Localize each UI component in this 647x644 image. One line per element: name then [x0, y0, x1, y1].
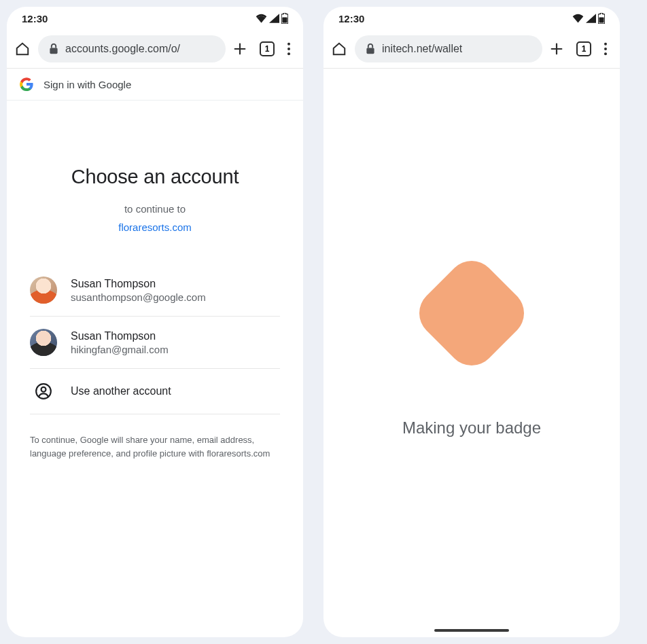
new-tab-button[interactable]: [549, 41, 564, 56]
svg-point-2: [287, 43, 290, 46]
tab-switcher-button[interactable]: 1: [576, 41, 591, 56]
svg-point-10: [604, 48, 607, 50]
account-list: Susan Thompson susanthompson@google.com …: [30, 264, 280, 414]
status-bar: 12:30: [324, 7, 620, 30]
use-another-account-label: Use another account: [71, 385, 171, 397]
gesture-bar: [434, 629, 509, 632]
status-time: 12:30: [338, 13, 364, 24]
wifi-icon: [572, 14, 584, 23]
tab-switcher-button[interactable]: 1: [260, 41, 275, 56]
battery-icon: [598, 13, 605, 24]
svg-point-11: [604, 52, 607, 55]
home-button[interactable]: [14, 40, 31, 58]
home-icon: [15, 41, 30, 56]
cell-icon: [269, 14, 279, 23]
svg-rect-0: [282, 17, 287, 22]
svg-point-3: [287, 48, 290, 50]
phone-left: 12:30 accounts.google.com/o/ 1 Sign in w: [7, 7, 303, 637]
account-email: susanthompson@google.com: [71, 291, 206, 303]
tab-count: 1: [265, 44, 270, 54]
relying-party-link[interactable]: floraresorts.com: [30, 221, 280, 233]
avatar: [30, 329, 57, 356]
phone-right: 12:30 initech.net/wallet 1 Making your b…: [324, 7, 620, 637]
status-icons: [256, 13, 288, 24]
url-bar[interactable]: initech.net/wallet: [355, 35, 542, 62]
svg-point-9: [604, 43, 607, 46]
browser-toolbar: initech.net/wallet 1: [324, 30, 620, 68]
svg-point-4: [287, 52, 290, 55]
account-name: Susan Thompson: [71, 278, 206, 290]
svg-rect-1: [50, 48, 57, 54]
tab-count: 1: [582, 44, 587, 54]
cell-icon: [586, 14, 596, 23]
status-bar: 12:30: [7, 7, 303, 30]
home-icon: [332, 41, 347, 56]
google-logo-icon: [19, 77, 34, 92]
svg-rect-8: [366, 48, 374, 54]
page-title: Choose an account: [30, 166, 280, 188]
new-tab-button[interactable]: [232, 41, 247, 56]
person-icon: [35, 382, 52, 400]
browser-toolbar: accounts.google.com/o/ 1: [7, 30, 303, 68]
status-time: 12:30: [22, 13, 48, 24]
url-bar[interactable]: accounts.google.com/o/: [38, 35, 226, 62]
sign-in-banner: Sign in with Google: [7, 69, 303, 101]
account-row[interactable]: Susan Thompson susanthompson@google.com: [30, 264, 280, 317]
battery-icon: [281, 13, 288, 24]
account-email: hikingfan@gmail.com: [71, 344, 169, 355]
disclosure-text: To continue, Google will share your name…: [30, 433, 280, 460]
home-button[interactable]: [330, 40, 348, 58]
account-name: Susan Thompson: [71, 330, 169, 342]
svg-rect-7: [599, 17, 604, 22]
sign-in-banner-text: Sign in with Google: [43, 79, 131, 90]
loading-shape-icon: [409, 251, 534, 376]
url-text: initech.net/wallet: [382, 43, 462, 55]
lock-icon: [49, 43, 58, 54]
continue-label: to continue to: [30, 203, 280, 215]
account-row[interactable]: Susan Thompson hikingfan@gmail.com: [30, 317, 280, 369]
loading-content: Making your badge: [324, 69, 620, 637]
lock-icon: [366, 43, 375, 54]
wifi-icon: [256, 14, 267, 23]
loading-message: Making your badge: [402, 418, 541, 437]
overflow-menu-button[interactable]: [604, 42, 608, 56]
svg-point-6: [41, 387, 46, 392]
use-another-account-button[interactable]: Use another account: [30, 369, 280, 414]
status-icons: [572, 13, 605, 24]
url-text: accounts.google.com/o/: [65, 43, 180, 55]
avatar: [30, 276, 57, 304]
overflow-menu-button[interactable]: [287, 42, 291, 56]
account-chooser: Choose an account to continue to florare…: [7, 101, 303, 460]
